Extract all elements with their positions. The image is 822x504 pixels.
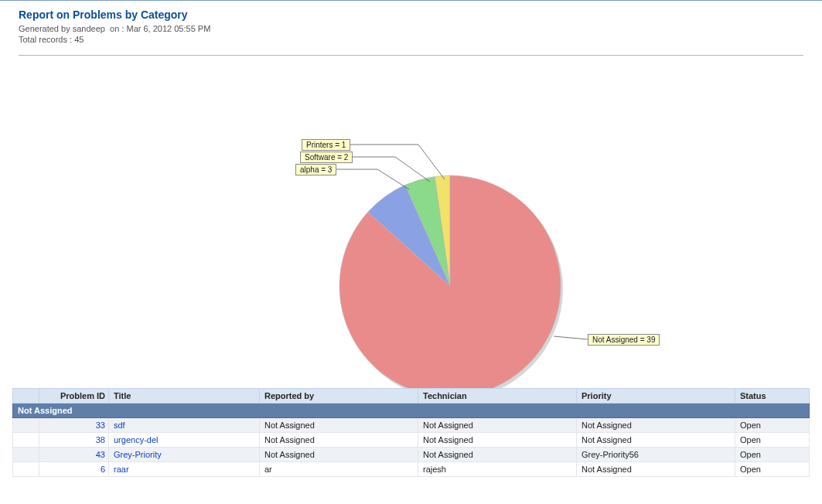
total-records-line: Total records : 45	[19, 35, 803, 44]
slice-label-printers: Printers = 1	[302, 139, 350, 151]
problem-title-link[interactable]: urgency-del	[114, 435, 158, 444]
col-priority: Priority	[577, 389, 735, 404]
cell-technician: rajesh	[418, 462, 577, 477]
col-status: Status	[735, 389, 810, 404]
cell-technician: Not Assigned	[418, 433, 577, 448]
cell-blank	[13, 433, 39, 448]
table-row: 43Grey-PriorityNot AssignedNot AssignedG…	[13, 448, 810, 462]
problem-title-link[interactable]: raar	[114, 465, 129, 474]
cell-reported-by: Not Assigned	[260, 418, 418, 433]
cell-blank	[13, 448, 39, 462]
problem-title-link[interactable]: Grey-Priority	[114, 450, 162, 459]
problem-id-link[interactable]: 38	[96, 435, 105, 444]
problem-id-link[interactable]: 6	[101, 465, 105, 474]
cell-technician: Not Assigned	[418, 448, 577, 462]
data-table-wrap: Problem ID Title Reported by Technician …	[0, 388, 822, 477]
report-header: Report on Problems by Category Generated…	[0, 1, 822, 50]
cell-priority: Not Assigned	[577, 418, 735, 433]
generated-on-label: on :	[110, 24, 124, 33]
col-reported-by: Reported by	[260, 389, 418, 404]
col-technician: Technician	[418, 389, 577, 404]
col-blank	[13, 389, 39, 404]
cell-status: Open	[735, 462, 810, 477]
slice-label-software: Software = 2	[300, 152, 353, 163]
cell-reported-by: Not Assigned	[260, 433, 418, 448]
svg-line-3	[395, 157, 430, 182]
problems-table: Problem ID Title Reported by Technician …	[12, 388, 810, 477]
total-records-value: 45	[74, 35, 84, 44]
pie-chart: Printers = 1 Software = 2 alpha = 3 Not …	[0, 56, 822, 388]
table-header-row: Problem ID Title Reported by Technician …	[13, 389, 810, 404]
generated-by-user: sandeep	[73, 24, 105, 33]
cell-reported-by: Not Assigned	[260, 448, 418, 462]
generated-on: Mar 6, 2012 05:55 PM	[126, 24, 210, 33]
generated-line: Generated by sandeep on : Mar 6, 2012 05…	[19, 24, 803, 33]
cell-priority: Not Assigned	[577, 433, 735, 448]
problem-id-link[interactable]: 43	[96, 450, 105, 459]
group-row: Not Assigned	[13, 404, 810, 418]
report-title: Report on Problems by Category	[19, 9, 803, 21]
generated-by-label: Generated by	[19, 24, 70, 33]
cell-id: 33	[39, 418, 109, 433]
cell-status: Open	[735, 433, 810, 448]
cell-reported-by: ar	[260, 462, 418, 477]
svg-line-7	[554, 336, 588, 339]
cell-priority: Not Assigned	[577, 462, 735, 477]
cell-title: Grey-Priority	[109, 448, 260, 462]
cell-id: 43	[39, 448, 109, 462]
cell-title: sdf	[109, 418, 260, 433]
cell-status: Open	[735, 448, 810, 462]
pie-chart-svg	[0, 56, 822, 388]
cell-blank	[13, 462, 39, 477]
cell-title: raar	[109, 462, 260, 477]
col-title: Title	[109, 389, 260, 404]
table-row: 38urgency-delNot AssignedNot AssignedNot…	[13, 433, 810, 448]
col-problem-id: Problem ID	[39, 389, 109, 404]
cell-id: 38	[39, 433, 109, 448]
total-records-label: Total records :	[19, 35, 72, 44]
cell-id: 6	[39, 462, 109, 477]
slice-label-alpha: alpha = 3	[295, 164, 336, 175]
cell-priority: Grey-Priority56	[577, 448, 735, 462]
cell-blank	[13, 418, 39, 433]
problem-id-link[interactable]: 33	[96, 421, 105, 430]
svg-line-1	[418, 145, 445, 179]
cell-title: urgency-del	[109, 433, 260, 448]
cell-status: Open	[735, 418, 810, 433]
group-label: Not Assigned	[13, 404, 810, 418]
problem-title-link[interactable]: sdf	[114, 421, 125, 430]
slice-label-not-assigned: Not Assigned = 39	[588, 334, 660, 346]
table-row: 6raararrajeshNot AssignedOpen	[13, 462, 810, 477]
cell-technician: Not Assigned	[418, 418, 577, 433]
svg-line-5	[377, 169, 409, 189]
table-row: 33sdfNot AssignedNot AssignedNot Assigne…	[13, 418, 810, 433]
